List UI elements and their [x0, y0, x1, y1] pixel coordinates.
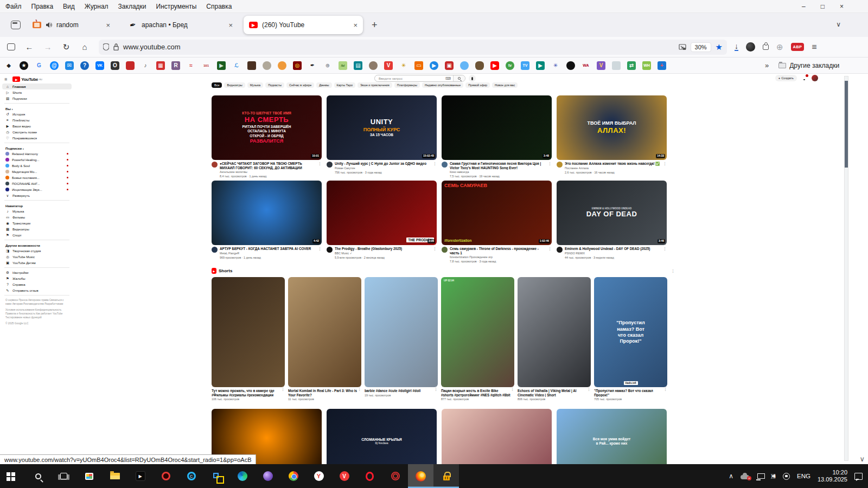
filter-chip[interactable]: Музыка: [247, 82, 263, 88]
sidebar-item-ytmusic[interactable]: ◎YouTube Music: [2, 254, 72, 260]
yandex-browser[interactable]: Y: [306, 464, 331, 488]
minimize-button[interactable]: –: [802, 3, 806, 10]
help-icon[interactable]: ?: [80, 61, 89, 70]
sidebar-item-channel[interactable]: Медитация Мо...: [2, 169, 72, 175]
sidebar-item-home[interactable]: ⌂Главная: [2, 84, 72, 89]
shorts-thumbnail[interactable]: "Пропустилнамаз? Вотчто сказалПророк!"Ha…: [594, 277, 667, 387]
opera-air-browser[interactable]: [382, 464, 408, 488]
account-icon[interactable]: [746, 42, 755, 52]
channel-avatar[interactable]: [442, 247, 448, 253]
file-explorer[interactable]: [102, 464, 127, 488]
opera-browser[interactable]: [357, 464, 382, 488]
shorts-menu-icon[interactable]: ⋮: [281, 387, 285, 397]
video-channel[interactable]: Кино навсегда: [450, 170, 546, 174]
firefox-browser[interactable]: [408, 464, 433, 488]
extension-globe-icon[interactable]: ⊕: [776, 42, 783, 52]
tab-close-icon[interactable]: ×: [223, 21, 233, 29]
shorts-menu-icon[interactable]: ⋮: [671, 269, 675, 273]
video-card[interactable]: THE PRODIGY3:06The Prodigy - Breathe (Gl…: [327, 181, 437, 264]
globe-icon[interactable]: ⊕: [323, 61, 332, 70]
video-channel[interactable]: Роман Сакутин: [335, 166, 431, 170]
video-title[interactable]: The Prodigy - Breathe (Glastonbury 2025): [335, 247, 431, 251]
rutube-icon[interactable]: ▣: [445, 61, 454, 70]
filter-chip[interactable]: Экшн и приключения: [358, 82, 392, 88]
video-menu-icon[interactable]: ⋮: [318, 247, 322, 264]
sidebar-item-expand[interactable]: ∨Развернуть: [2, 192, 72, 198]
voice-search-icon[interactable]: [469, 75, 476, 82]
maximize-button[interactable]: □: [821, 3, 825, 10]
bookmarks-overflow-icon[interactable]: »: [765, 61, 769, 69]
url-bar[interactable]: www.youtube.com 30% ★: [99, 40, 727, 55]
notifications-bell-icon[interactable]: [801, 75, 807, 81]
browser-tab[interactable]: ▶(260) YouTube×: [244, 16, 363, 34]
chrome-browser[interactable]: [280, 464, 306, 488]
target-icon[interactable]: ◎: [293, 61, 302, 70]
book-icon[interactable]: ▤: [354, 61, 362, 70]
sidebar-item-settings[interactable]: ⚙Настройки: [2, 269, 72, 275]
shorts-title[interactable]: Тут можно прожать, что в камере где #Фил…: [212, 389, 281, 397]
onedrive-icon[interactable]: ×: [741, 473, 750, 479]
video-channel[interactable]: BBC Music ✓: [335, 252, 431, 255]
star-circle-icon[interactable]: ★: [20, 61, 28, 70]
shorts-thumbnail[interactable]: [518, 277, 591, 387]
video-channel[interactable]: Послание Аллаха: [565, 166, 661, 170]
v-red-icon[interactable]: V: [384, 61, 393, 70]
orange-avatar-icon[interactable]: [278, 61, 286, 70]
yt-create-button[interactable]: +Создать: [775, 75, 797, 81]
youtube-icon[interactable]: ▶: [490, 61, 499, 70]
filter-chip[interactable]: Сейчас в эфире: [286, 82, 314, 88]
task-view[interactable]: [51, 464, 76, 488]
video-thumbnail[interactable]: UNITYПОЛНЫЙ КУРСЗА 15 ЧАСОВ15:02:45: [327, 95, 437, 160]
home-button[interactable]: ⌂: [77, 40, 92, 54]
quill-icon[interactable]: ℒ: [232, 61, 241, 70]
video-card[interactable]: ТВОЁ ИМЯ ВЫБРАЛАЛЛАХ!14:33Это послание А…: [557, 95, 667, 178]
video-channel[interactable]: PSNDO REMIX: [565, 252, 661, 255]
video-title[interactable]: ●СЕЙЧАС ЧИТАЮТ ЗАГОВОР НА ТВОЮ СМЕРТЬ МИ…: [220, 162, 316, 170]
sidebar-item-studio[interactable]: ◨Творческая студия: [2, 248, 72, 254]
sepia-face-icon[interactable]: [369, 61, 378, 70]
video-menu-icon[interactable]: ⋮: [548, 162, 552, 178]
shorts-menu-icon[interactable]: ⋮: [663, 387, 667, 397]
video-thumbnail[interactable]: 4:42: [212, 181, 322, 245]
video-title[interactable]: АРТУР БЕРКУТ - КОГДА НАСТАНЕТ ЗАВТРА AI …: [220, 247, 316, 251]
sidebar-item-sport[interactable]: ⚑Спорт: [2, 232, 72, 238]
shorts-card[interactable]: barbie #dance #cute #dollgirl #doll⋮19 т…: [365, 277, 438, 401]
shorts-thumbnail[interactable]: UP 02:94: [441, 277, 514, 387]
taskbar-search[interactable]: [25, 464, 51, 488]
new-tab-button[interactable]: +: [372, 20, 378, 31]
alien-icon[interactable]: [566, 61, 575, 70]
sidebar-item-channel[interactable]: Божьи послания...: [2, 175, 72, 181]
channel-avatar[interactable]: [557, 162, 563, 168]
taskbar-clock[interactable]: 10:20 13.09.2025: [818, 469, 847, 483]
shorts-title[interactable]: "Пропустил намаз? Вот что сказал Пророк!…: [594, 389, 663, 397]
arrows-green-icon[interactable]: ⇄: [627, 61, 636, 70]
video-thumbnail[interactable]: КТО-ТО ШЕПЧЕТ ТВОЁ ИМЯНА СМЕРТЬРИТУАЛ ПО…: [212, 95, 322, 160]
video-menu-icon[interactable]: ⋮: [663, 247, 667, 264]
c-blue-app[interactable]: C: [178, 464, 204, 488]
scrollbar-thumb[interactable]: [845, 81, 848, 168]
bookmark-star-icon[interactable]: ★: [716, 42, 723, 52]
shorts-thumbnail[interactable]: [212, 277, 285, 387]
shorts-title[interactable]: Mortal Kombat in Real Life - Part 3: Who…: [288, 389, 358, 397]
video-thumbnail[interactable]: СЕМЬ САМУРАЕВ#forestertization1:02:46: [442, 181, 552, 245]
sidebar-item-watchlater[interactable]: ◷Смотреть позже: [2, 129, 72, 135]
yt-logo[interactable]: ▶ YouTube RU: [12, 76, 42, 82]
rooster-icon[interactable]: [126, 61, 135, 70]
meet-now-icon[interactable]: [783, 473, 790, 480]
filter-chip[interactable]: Джемы: [316, 82, 331, 88]
video-thumbnail[interactable]: СЛОМАННЫЕ КРЫЛЬЯDj VonJava: [327, 409, 437, 464]
video-menu-icon[interactable]: ⋮: [433, 162, 437, 178]
menu-item[interactable]: Закладки: [118, 3, 146, 10]
video-card[interactable]: 4:42АРТУР БЕРКУТ - КОГДА НАСТАНЕТ ЗАВТРА…: [212, 181, 322, 264]
video-thumbnail[interactable]: EMINEM & HOLLYWOOD UNDEADDAY OF DEAD3:46: [557, 181, 667, 245]
channel-avatar[interactable]: [212, 247, 218, 253]
menu-item[interactable]: Инструменты: [156, 3, 197, 10]
menu-item[interactable]: Справка: [206, 3, 232, 10]
sidebar-item-liked[interactable]: ♡Понравившиеся: [2, 135, 72, 141]
browser-tab[interactable]: ✒apachan • Бред×: [123, 16, 238, 34]
filter-chip[interactable]: Карты Таро: [334, 82, 356, 88]
lock-icon[interactable]: [113, 43, 119, 50]
sidebar-item-yourvideos[interactable]: ▶Ваши видео: [2, 123, 72, 129]
yt-account-avatar[interactable]: [812, 75, 818, 81]
envelope-icon[interactable]: ✉: [65, 61, 74, 70]
